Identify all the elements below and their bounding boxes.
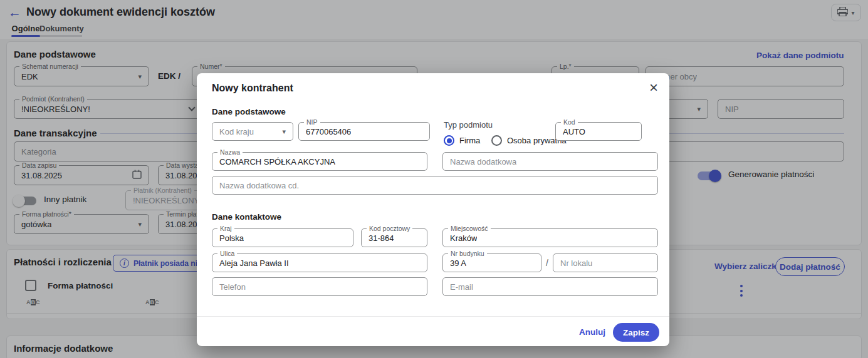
field-label: Nazwa — [217, 148, 243, 156]
country-code-select[interactable]: Kod kraju ▾ — [212, 122, 293, 141]
field-value: 39 A — [450, 258, 466, 268]
field-value: Polska — [219, 233, 244, 243]
field-placeholder: Nr lokalu — [560, 258, 592, 268]
city-field[interactable]: Miejscowość Kraków — [442, 228, 658, 247]
modal-nip-field[interactable]: NIP 6770065406 — [298, 122, 430, 141]
additional-name-field[interactable]: Nazwa dodatkowa — [442, 152, 658, 171]
country-field[interactable]: Kraj Polska — [212, 228, 353, 247]
modal-footer-divider — [197, 316, 669, 317]
field-placeholder: Kod kraju — [219, 127, 254, 136]
field-label: NIP — [304, 118, 320, 126]
cancel-button[interactable]: Anuluj — [579, 327, 605, 337]
radio-firma[interactable] — [444, 135, 454, 146]
phone-field[interactable]: Telefon — [212, 277, 427, 296]
app-window: ← Nowy dokument ewidencji kosztów ▾ Ogól… — [0, 0, 868, 358]
field-placeholder: Nazwa dodatkowa cd. — [219, 181, 299, 190]
caret-down-icon: ▾ — [282, 128, 286, 135]
field-label: Kod pocztowy — [367, 225, 412, 232]
field-label: Ulica — [217, 250, 237, 257]
field-value: Aleja Jana Pawła II — [219, 258, 289, 268]
field-value: 31-864 — [369, 233, 394, 243]
field-value: 6770065406 — [306, 127, 351, 136]
modal-section-basic: Dane podstawowe — [212, 107, 286, 116]
field-label: Kraj — [217, 225, 234, 232]
field-placeholder: Telefon — [219, 282, 246, 292]
code-field[interactable]: Kod AUTO — [555, 122, 642, 141]
additional-name2-field[interactable]: Nazwa dodatkowa cd. — [212, 176, 658, 195]
field-placeholder: Nazwa dodatkowa — [450, 157, 516, 166]
street-field[interactable]: Ulica Aleja Jana Pawła II — [212, 253, 427, 272]
field-placeholder: E-mail — [450, 282, 473, 292]
radio-firma-label: Firma — [459, 136, 480, 145]
field-value: Kraków — [450, 233, 477, 243]
field-label: Kod — [561, 118, 578, 126]
building-no-field[interactable]: Nr budynku 39 A — [442, 253, 541, 272]
modal-section-contact: Dane kontaktowe — [212, 212, 281, 222]
radio-osoba-prywatna[interactable] — [491, 135, 502, 146]
apartment-no-field[interactable]: Nr lokalu — [553, 253, 658, 272]
name-field[interactable]: Nazwa COMARCH SPÓŁKA AKCYJNA — [212, 152, 427, 171]
address-separator: / — [546, 258, 548, 268]
postal-code-field[interactable]: Kod pocztowy 31-864 — [361, 228, 427, 247]
modal-title: Nowy kontrahent — [212, 83, 293, 94]
new-contractor-modal: Nowy kontrahent × Dane podstawowe Kod kr… — [197, 73, 669, 346]
field-value: COMARCH SPÓŁKA AKCYJNA — [219, 157, 335, 166]
save-button[interactable]: Zapisz — [613, 323, 659, 342]
email-field[interactable]: E-mail — [442, 277, 658, 296]
field-value: AUTO — [563, 127, 585, 136]
field-label: Miejscowość — [448, 225, 491, 232]
field-label: Nr budynku — [448, 250, 487, 257]
close-icon[interactable]: × — [644, 78, 663, 97]
subject-type-label: Typ podmiotu — [444, 120, 493, 130]
